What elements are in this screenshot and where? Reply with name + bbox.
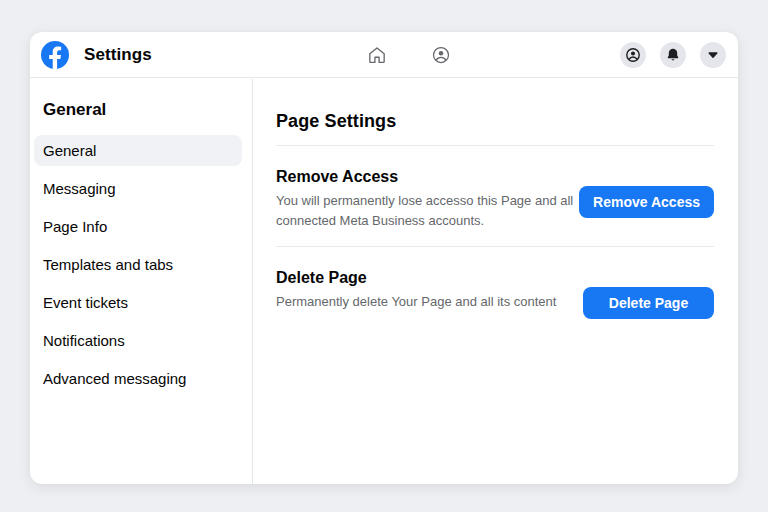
delete-page-button[interactable]: Delete Page <box>583 287 714 319</box>
sidebar-item-event-tickets[interactable]: Event tickets <box>34 287 242 318</box>
home-icon[interactable] <box>367 45 387 65</box>
window-title: Settings <box>84 45 152 65</box>
section-heading: Delete Page <box>276 267 714 288</box>
delete-page-section: Delete Page Permanently delete Your Page… <box>276 267 714 328</box>
sidebar-heading: General <box>43 99 242 121</box>
sidebar-item-page-info[interactable]: Page Info <box>34 211 242 242</box>
header-actions <box>620 42 726 68</box>
sidebar: General General Messaging Page Info Temp… <box>30 79 253 484</box>
notifications-bell-icon <box>665 47 681 63</box>
chevron-down-icon <box>705 47 721 63</box>
menu-button[interactable] <box>700 42 726 68</box>
notifications-button[interactable] <box>660 42 686 68</box>
sidebar-item-general[interactable]: General <box>34 135 242 166</box>
divider <box>276 145 714 146</box>
page-settings-title: Page Settings <box>276 109 714 133</box>
sidebar-item-notifications[interactable]: Notifications <box>34 325 242 356</box>
facebook-logo-icon[interactable] <box>41 41 69 69</box>
main-content: Page Settings Remove Access You will per… <box>253 79 738 484</box>
settings-window: Settings <box>30 32 738 484</box>
account-icon <box>625 47 641 63</box>
account-button[interactable] <box>620 42 646 68</box>
profile-icon[interactable] <box>431 45 451 65</box>
section-description: You will permanently lose accesso this P… <box>276 191 582 230</box>
header-nav <box>367 32 451 78</box>
sidebar-item-templates-and-tabs[interactable]: Templates and tabs <box>34 249 242 280</box>
remove-access-section: Remove Access You will permanently lose … <box>276 166 714 246</box>
desktop-background: Settings <box>0 0 768 512</box>
section-heading: Remove Access <box>276 166 714 187</box>
remove-access-button[interactable]: Remove Access <box>579 186 714 218</box>
sidebar-item-advanced-messaging[interactable]: Advanced messaging <box>34 363 242 394</box>
sidebar-item-messaging[interactable]: Messaging <box>34 173 242 204</box>
divider <box>276 246 714 247</box>
header: Settings <box>30 32 738 78</box>
